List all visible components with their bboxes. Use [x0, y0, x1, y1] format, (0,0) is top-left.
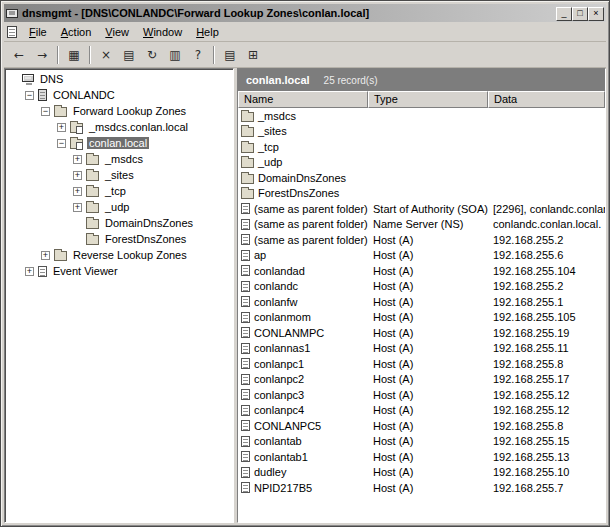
tree-item-udp[interactable]: +_udp [5, 199, 233, 215]
properties-button[interactable]: ▤ [118, 45, 140, 65]
record-name-cell: DomainDnsZones [238, 172, 368, 184]
tree-item-domaindnszones[interactable]: DomainDnsZones [5, 215, 233, 231]
tree-item-conlan-local[interactable]: −conlan.local [5, 135, 233, 151]
tree-item-label: Reverse Lookup Zones [71, 249, 189, 261]
menu-file[interactable]: File [22, 24, 54, 40]
tree-item-reverse-lookup-zones[interactable]: +Reverse Lookup Zones [5, 247, 233, 263]
tree-item-label: conlan.local [87, 137, 149, 149]
table-row[interactable]: CONLANMPCHost (A)192.168.255.19 [238, 325, 605, 341]
results-pane: conlan.local 25 record(s) NameTypeData _… [237, 68, 606, 523]
folder-icon [241, 112, 254, 122]
folder-icon [54, 107, 67, 117]
expand-icon[interactable]: + [25, 267, 34, 276]
show-console-tree-button[interactable]: ▦ [63, 45, 85, 65]
tree-item-sites[interactable]: +_sites [5, 167, 233, 183]
menu-action[interactable]: Action [54, 24, 99, 40]
tree-item-label: DomainDnsZones [103, 217, 195, 229]
tree-item-event-viewer[interactable]: +Event Viewer [5, 263, 233, 279]
collapse-icon[interactable]: − [57, 139, 66, 148]
tree-item-msdcs[interactable]: +_msdcs [5, 151, 233, 167]
menu-view[interactable]: View [98, 24, 136, 40]
export-list-button[interactable]: ▥ [164, 45, 186, 65]
record-icon [241, 250, 250, 261]
record-name-cell: _msdcs [238, 110, 368, 122]
new-record-button[interactable]: ▤ [219, 45, 241, 65]
tree-item-forestdnszones[interactable]: ForestDnsZones [5, 231, 233, 247]
record-name: NPID217B5 [254, 482, 312, 494]
record-icon [241, 451, 250, 462]
toolbar-separator [89, 46, 91, 64]
expand-icon[interactable]: + [73, 203, 82, 212]
record-data: 192.168.255.2 [488, 280, 605, 292]
help-button[interactable]: ? [187, 45, 209, 65]
expand-icon[interactable]: + [73, 171, 82, 180]
table-row[interactable]: (same as parent folder)Host (A)192.168.2… [238, 232, 605, 248]
table-row[interactable]: conlanmomHost (A)192.168.255.105 [238, 310, 605, 326]
minimize-button[interactable]: _ [556, 7, 572, 21]
table-row[interactable]: conlannas1Host (A)192.168.255.11 [238, 341, 605, 357]
collapse-icon[interactable]: − [41, 107, 50, 116]
record-data: 192.168.255.11 [488, 342, 605, 354]
tree-item-msdcs-conlan-local[interactable]: +_msdcs.conlan.local [5, 119, 233, 135]
tree-item-tcp[interactable]: +_tcp [5, 183, 233, 199]
table-row[interactable]: NPID217B5Host (A)192.168.255.7 [238, 480, 605, 496]
menu-items: FileActionViewWindowHelp [22, 24, 226, 40]
table-row[interactable]: (same as parent folder)Start of Authorit… [238, 201, 605, 217]
table-row[interactable]: DomainDnsZones [238, 170, 605, 186]
table-row[interactable]: conlantabHost (A)192.168.255.15 [238, 434, 605, 450]
table-row[interactable]: conlanfwHost (A)192.168.255.1 [238, 294, 605, 310]
table-row[interactable]: ForestDnsZones [238, 186, 605, 202]
table-row[interactable]: conlantab1Host (A)192.168.255.13 [238, 449, 605, 465]
table-row[interactable]: conlanpc3Host (A)192.168.255.12 [238, 387, 605, 403]
table-row[interactable]: dudleyHost (A)192.168.255.10 [238, 465, 605, 481]
tree-item-label: _msdcs [103, 153, 145, 165]
column-header-type[interactable]: Type [368, 91, 488, 108]
menu-help[interactable]: Help [189, 24, 226, 40]
tree-item-dns[interactable]: DNS [5, 71, 233, 87]
filter-button[interactable]: ⊞ [242, 45, 264, 65]
collapse-icon[interactable]: − [25, 91, 34, 100]
forward-button[interactable]: → [31, 45, 53, 65]
tree-item-label: CONLANDC [51, 89, 117, 101]
expand-icon[interactable]: + [73, 155, 82, 164]
record-name-cell: NPID217B5 [238, 482, 368, 494]
delete-button[interactable]: × [95, 45, 117, 65]
table-row[interactable]: _tcp [238, 139, 605, 155]
table-row[interactable]: conlanpc2Host (A)192.168.255.17 [238, 372, 605, 388]
table-row[interactable]: (same as parent folder)Name Server (NS)c… [238, 217, 605, 233]
back-button[interactable]: ← [8, 45, 30, 65]
close-button[interactable]: × [588, 7, 604, 21]
record-name-cell: conlannas1 [238, 342, 368, 354]
tree-item-label: _tcp [103, 185, 128, 197]
table-row[interactable]: conlandadHost (A)192.168.255.104 [238, 263, 605, 279]
table-row[interactable]: conlanpc4Host (A)192.168.255.12 [238, 403, 605, 419]
table-row[interactable]: CONLANPC5Host (A)192.168.255.8 [238, 418, 605, 434]
folder-icon [86, 219, 99, 229]
record-data: 192.168.255.10 [488, 466, 605, 478]
record-name-cell: conlanpc1 [238, 358, 368, 370]
column-header-name[interactable]: Name [238, 91, 368, 108]
tree-item-conlandc[interactable]: −CONLANDC [5, 87, 233, 103]
expand-icon[interactable]: + [41, 251, 50, 260]
menu-window[interactable]: Window [136, 24, 189, 40]
table-row[interactable]: apHost (A)192.168.255.6 [238, 248, 605, 264]
table-row[interactable]: conlandcHost (A)192.168.255.2 [238, 279, 605, 295]
expand-icon[interactable]: + [57, 123, 66, 132]
table-row[interactable]: _udp [238, 155, 605, 171]
record-name: conlanpc1 [254, 358, 304, 370]
record-name-cell: conlandc [238, 280, 368, 292]
record-icon [241, 389, 250, 400]
record-name-cell: (same as parent folder) [238, 218, 368, 230]
expand-icon[interactable]: + [73, 187, 82, 196]
tree-indent [73, 235, 82, 244]
toolbar-separator [213, 46, 215, 64]
show-console-tree-icon: ▦ [68, 49, 79, 61]
folder-icon [241, 189, 254, 199]
maximize-button[interactable]: □ [572, 7, 588, 21]
table-row[interactable]: _msdcs [238, 108, 605, 124]
table-row[interactable]: _sites [238, 124, 605, 140]
table-row[interactable]: conlanpc1Host (A)192.168.255.8 [238, 356, 605, 372]
refresh-button[interactable]: ↻ [141, 45, 163, 65]
column-header-data[interactable]: Data [488, 91, 605, 108]
tree-item-forward-lookup-zones[interactable]: −Forward Lookup Zones [5, 103, 233, 119]
